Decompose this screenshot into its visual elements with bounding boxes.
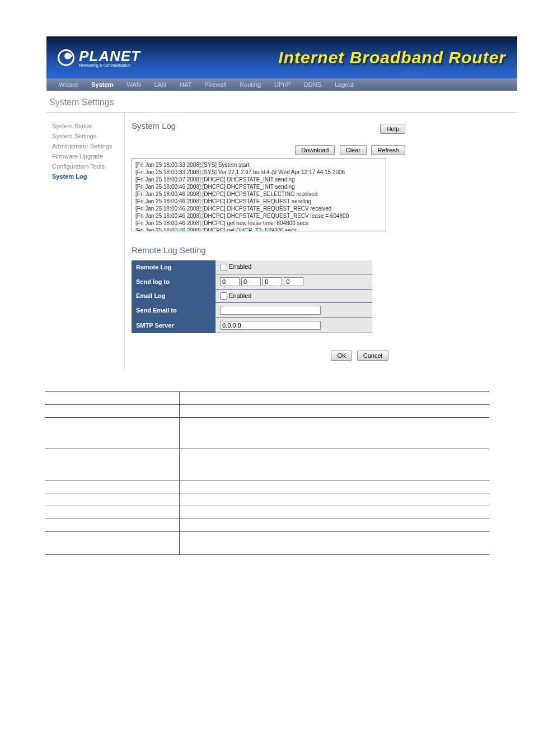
log-button-row: Download Clear Refresh (132, 144, 517, 155)
nav-ddns[interactable]: DDNS (297, 81, 328, 88)
section-title-syslog: System Log (132, 121, 176, 130)
sidebar-item-firmware[interactable]: Firmware Upgrade (52, 151, 119, 161)
log-line: [Fri Jan 25 18:00:46 2008]:[DHCPC] DHCPS… (135, 212, 382, 220)
email-log-checkbox[interactable] (220, 292, 227, 300)
log-line: [Fri Jan 25 18:00:37 2008]:[DHCPC] DHCPS… (135, 176, 382, 183)
row-label-remote-log: Remote Log (132, 260, 216, 274)
clear-button[interactable]: Clear (340, 145, 367, 155)
content-area: System Status System Settings Administra… (46, 113, 517, 369)
page-title: System Settings (49, 97, 534, 108)
sidebar: System Status System Settings Administra… (46, 113, 125, 369)
enabled-label: Enabled (229, 263, 251, 270)
send-email-input[interactable] (220, 306, 321, 315)
ip-octet-2[interactable] (241, 277, 261, 286)
sidebar-item-status[interactable]: System Status (52, 121, 119, 131)
log-line: [Fri Jan 25 18:00:46 2008]:[DHCPC] DHCPS… (135, 190, 382, 198)
main-panel: System Log Help Download Clear Refresh [… (125, 113, 517, 369)
logo-text: PLANET (79, 48, 140, 64)
sidebar-item-syslog[interactable]: System Log (52, 171, 119, 181)
header-banner: PLANET Networking & Communication Intern… (46, 36, 517, 78)
ip-octet-4[interactable] (284, 277, 303, 286)
nav-lan[interactable]: LAN (148, 81, 173, 88)
log-line: [Fri Jan 25 18:00:33 2008]:[SYS] System … (135, 161, 382, 169)
empty-table (45, 391, 489, 555)
nav-wan[interactable]: WAN (120, 81, 147, 88)
banner-title: Internet Broadband Router (278, 48, 506, 67)
nav-wizard[interactable]: Wizard (52, 81, 85, 88)
enabled-label: Enabled (229, 292, 251, 299)
cancel-button[interactable]: Cancel (357, 351, 388, 361)
ip-octet-1[interactable] (220, 277, 240, 286)
nav-system[interactable]: System (85, 81, 120, 88)
nav-routing[interactable]: Routing (233, 81, 268, 88)
sidebar-item-config[interactable]: Configuration Tools (52, 161, 119, 171)
row-label-send-log: Send log to (132, 274, 216, 289)
nav-upnp[interactable]: UPnP (268, 81, 297, 88)
log-line: [Fri Jan 25 18:00:46 2008]:[DHCPC] DHCPS… (135, 198, 382, 205)
download-button[interactable]: Download (295, 145, 335, 155)
nav-logout[interactable]: Logout (328, 81, 360, 88)
nav-firewall[interactable]: Firewall (198, 81, 233, 88)
brand-logo: PLANET Networking & Communication (58, 48, 140, 67)
ok-button[interactable]: OK (331, 351, 352, 361)
remote-log-checkbox[interactable] (220, 264, 227, 271)
planet-icon (58, 49, 74, 66)
log-line: [Fri Jan 25 18:00:46 2008]:[DHCPC] get n… (135, 220, 382, 227)
refresh-button[interactable]: Refresh (371, 145, 405, 155)
log-line: [Fri Jan 25 18:00:33 2008]:[SYS] Ver 22.… (135, 169, 382, 176)
log-line: [Fri Jan 25 18:00:46 2008]:[DHCPC] DHCPS… (135, 183, 382, 190)
ip-octet-3[interactable] (263, 277, 282, 286)
help-button[interactable]: Help (380, 124, 405, 134)
main-navbar: Wizard System WAN LAN NAT Firewall Routi… (46, 78, 517, 91)
row-label-send-email: Send Email to (132, 303, 216, 318)
action-row: OK Cancel (132, 350, 517, 361)
sidebar-item-admin[interactable]: Administrator Settings (52, 141, 119, 151)
log-line: [Fri Jan 25 18:00:46 2008]:[DHCPC] DHCPS… (135, 205, 382, 212)
row-label-email-log: Email Log (132, 289, 216, 303)
smtp-server-input[interactable] (220, 321, 321, 330)
row-label-smtp: SMTP Server (132, 318, 216, 333)
section-title-remote: Remote Log Setting (132, 245, 517, 255)
sidebar-item-settings[interactable]: System Settings (52, 131, 119, 141)
system-log-box[interactable]: [Fri Jan 25 18:00:33 2008]:[SYS] System … (132, 158, 386, 231)
log-line: [Fri Jan 25 18:00:46 2008]:[DHCPC] get D… (135, 227, 382, 231)
remote-log-table: Remote Log Enabled Send log to Email Log (132, 260, 372, 333)
nav-nat[interactable]: NAT (173, 81, 198, 88)
